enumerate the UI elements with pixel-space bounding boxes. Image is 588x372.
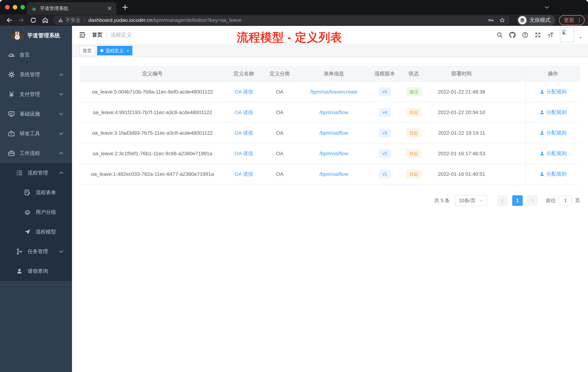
- pagination-page-1[interactable]: 1: [512, 195, 523, 206]
- status-badge: 挂起: [406, 108, 421, 117]
- cell-category: OA: [262, 143, 297, 164]
- assign-user-icon: [539, 151, 545, 156]
- forward-icon[interactable]: [18, 17, 25, 24]
- cell-action[interactable]: 分配规则: [526, 102, 580, 123]
- avatar[interactable]: [560, 27, 574, 42]
- assign-rule-link[interactable]: 分配规则: [539, 109, 567, 116]
- version-badge: v1: [379, 170, 390, 178]
- cell-category: OA: [262, 82, 297, 102]
- status-badge: 挂起: [406, 170, 421, 178]
- font-size-icon[interactable]: [547, 32, 554, 38]
- back-icon[interactable]: [6, 17, 13, 24]
- window-minimize-button[interactable]: [13, 5, 17, 10]
- pagination-next-button[interactable]: [527, 195, 538, 206]
- form-info-link[interactable]: /bpm/oa/leave/create: [310, 89, 358, 95]
- pagination-goto-input[interactable]: 1: [559, 195, 572, 206]
- sidebar-item-5[interactable]: 工作流程: [0, 143, 72, 163]
- definition-name-link[interactable]: OA 请假: [235, 89, 253, 95]
- form-info-link[interactable]: /bpm/oa/flow: [319, 130, 348, 136]
- cell-action[interactable]: 分配规则: [526, 143, 580, 164]
- cell-deploy-time: 2022-01-22 20:34:10: [428, 102, 495, 123]
- sidebar-item-3[interactable]: 基础设施: [0, 104, 72, 124]
- fullscreen-icon[interactable]: [535, 32, 541, 38]
- sidebar-item-0[interactable]: 首页: [0, 45, 72, 65]
- definition-name-link[interactable]: OA 请假: [235, 109, 253, 115]
- definition-name-link[interactable]: OA 请假: [235, 151, 253, 156]
- window-controls: [5, 5, 25, 10]
- sidebar-item-8[interactable]: 用户分组: [0, 202, 72, 222]
- sidebar-item-label: 流程模型: [36, 228, 56, 235]
- sidebar-item-6[interactable]: 流程管理: [0, 163, 72, 183]
- github-icon[interactable]: [509, 32, 516, 38]
- sidebar-item-11[interactable]: 请假查询: [0, 261, 72, 281]
- chrome-update-button[interactable]: 更新: [559, 15, 585, 25]
- browser-toolbar: 不安全 dashboard.yudao.iocoder.cn/bpm/manag…: [0, 15, 588, 26]
- search-icon[interactable]: [496, 32, 503, 38]
- bookmark-star-icon[interactable]: [499, 17, 505, 23]
- cell-status: 挂起: [399, 143, 428, 164]
- page-size-select[interactable]: 10条/页: [455, 195, 487, 206]
- sidebar-item-1[interactable]: 系统管理: [0, 65, 72, 85]
- password-key-icon[interactable]: [488, 17, 494, 23]
- cell-action[interactable]: 分配规则: [526, 82, 580, 102]
- cell-action[interactable]: 分配规则: [526, 164, 580, 184]
- address-bar[interactable]: 不安全 dashboard.yudao.iocoder.cn/bpm/manag…: [53, 15, 510, 25]
- sidebar-toggle-hamburger-icon[interactable]: [79, 31, 86, 39]
- home-icon[interactable]: [42, 17, 49, 24]
- tag-close-icon[interactable]: ×: [126, 48, 129, 53]
- assign-rule-link[interactable]: 分配规则: [539, 150, 567, 157]
- sidebar-item-label: 工作流程: [20, 150, 40, 157]
- security-warning-icon[interactable]: [58, 17, 63, 23]
- tab-list-chevron-icon[interactable]: [544, 4, 550, 10]
- definition-name-link[interactable]: OA 请假: [235, 130, 253, 136]
- sidebar-item-4[interactable]: 研发工具: [0, 124, 72, 143]
- form-info-link[interactable]: /bpm/oa/flow: [319, 109, 348, 115]
- browser-menu-dots-icon[interactable]: [577, 17, 582, 23]
- reload-icon[interactable]: [30, 17, 37, 24]
- assign-rule-label: 分配规则: [546, 150, 567, 157]
- form-info-link[interactable]: /bpm/oa/flow: [319, 151, 348, 156]
- breadcrumb: 首页 / 流程定义: [92, 31, 132, 39]
- sidebar-logo[interactable]: 芋道管理系统: [0, 26, 72, 45]
- version-badge: v2: [379, 149, 390, 158]
- breadcrumb-home[interactable]: 首页: [92, 31, 103, 39]
- assign-rule-link[interactable]: 分配规则: [539, 88, 567, 95]
- url-text[interactable]: dashboard.yudao.iocoder.cn/bpm/manager/d…: [88, 17, 241, 23]
- cell-form-info: /bpm/oa/flow: [297, 123, 370, 143]
- tab-close-icon[interactable]: [107, 6, 112, 11]
- definition-name-link[interactable]: OA 请假: [235, 171, 253, 177]
- sidebar-menu: 首页系统管理支付管理基础设施研发工具工作流程流程管理流程表单用户分组流程模型任务…: [0, 45, 72, 281]
- security-warning-label[interactable]: 不安全: [65, 17, 81, 24]
- help-question-icon[interactable]: [522, 32, 528, 38]
- sidebar-item-7[interactable]: 流程表单: [0, 183, 72, 202]
- cell-definition-name: OA 请假: [226, 102, 262, 123]
- chevron-down-icon: [59, 131, 64, 136]
- browser-tab[interactable]: 芋道管理系统: [27, 2, 116, 15]
- tag-0[interactable]: 首页: [79, 46, 95, 55]
- tag-active-dot: [100, 49, 103, 52]
- user-icon: [16, 268, 23, 275]
- cell-version: v1: [370, 164, 399, 184]
- sidebar-item-2[interactable]: 支付管理: [0, 85, 72, 104]
- tag-1[interactable]: 流程定义×: [97, 46, 132, 55]
- pagination-prev-button[interactable]: [497, 195, 508, 206]
- sidebar-item-label: 任务管理: [28, 248, 48, 255]
- window-close-button[interactable]: [5, 5, 10, 10]
- new-tab-button[interactable]: [121, 4, 129, 11]
- assign-rule-link[interactable]: 分配规则: [539, 129, 567, 136]
- form-info-link[interactable]: /bpm/oa/flow: [319, 171, 348, 177]
- version-badge: v3: [379, 129, 390, 137]
- cell-filler: [495, 82, 526, 102]
- status-badge: 挂起: [406, 149, 421, 158]
- cell-action[interactable]: 分配规则: [526, 123, 580, 143]
- sidebar-item-9[interactable]: 流程模型: [0, 222, 72, 242]
- sidebar-item-label: 用户分组: [36, 209, 56, 216]
- page-size-value: 10条/页: [459, 197, 475, 204]
- cell-status: 挂起: [399, 164, 428, 184]
- avatar-caret-down-icon[interactable]: [578, 36, 583, 40]
- url-path: /bpm/manager/definition?key=oa_leave: [152, 17, 242, 23]
- cell-category: OA: [262, 123, 297, 143]
- window-zoom-button[interactable]: [20, 5, 25, 10]
- sidebar-item-10[interactable]: 任务管理: [0, 242, 72, 261]
- assign-rule-link[interactable]: 分配规则: [539, 171, 567, 177]
